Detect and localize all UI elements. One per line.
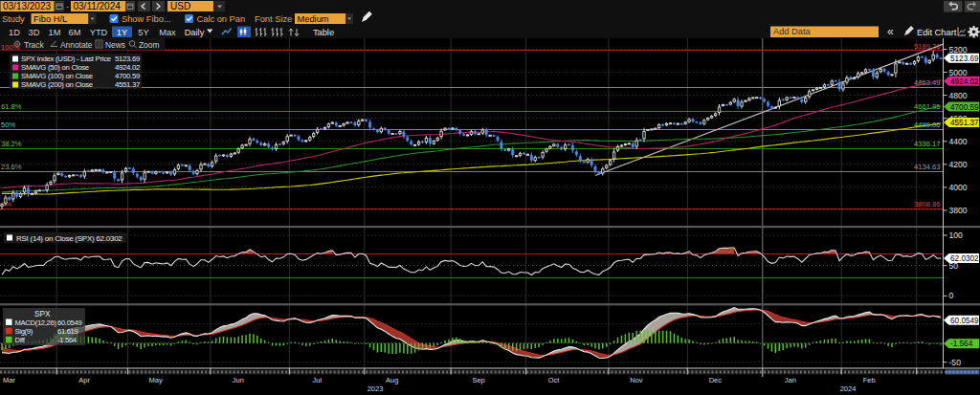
svg-text:100%: 100% bbox=[1, 43, 20, 52]
svg-text:60.0549: 60.0549 bbox=[57, 318, 81, 327]
svg-text:News: News bbox=[105, 40, 125, 50]
svg-text:Nov: Nov bbox=[630, 376, 643, 384]
svg-text:Font Size: Font Size bbox=[255, 14, 292, 24]
svg-text:Edit Chart: Edit Chart bbox=[917, 28, 957, 37]
svg-text:Annotate: Annotate bbox=[60, 40, 93, 50]
svg-text:1Y: 1Y bbox=[117, 28, 127, 37]
svg-text:4700.59: 4700.59 bbox=[950, 103, 979, 112]
svg-text:Add Data: Add Data bbox=[773, 27, 812, 36]
svg-text:Mar: Mar bbox=[3, 376, 15, 384]
svg-text:Sep: Sep bbox=[472, 376, 484, 384]
svg-text:5000: 5000 bbox=[949, 68, 968, 77]
svg-text:Medium: Medium bbox=[298, 14, 329, 24]
svg-text:4924.02: 4924.02 bbox=[115, 63, 140, 72]
svg-text:4800: 4800 bbox=[949, 91, 968, 100]
svg-text:61.8%: 61.8% bbox=[1, 102, 22, 111]
svg-text:Fibo H/L: Fibo H/L bbox=[33, 14, 67, 24]
svg-text:38.2%: 38.2% bbox=[1, 140, 22, 148]
svg-text:Sig(9): Sig(9) bbox=[15, 327, 33, 336]
svg-text:Jan: Jan bbox=[785, 376, 796, 384]
svg-text:03/13/2023: 03/13/2023 bbox=[3, 1, 51, 11]
svg-text:3800: 3800 bbox=[949, 206, 968, 215]
svg-text:5123.69: 5123.69 bbox=[115, 55, 140, 63]
svg-text:4134.63: 4134.63 bbox=[914, 163, 940, 171]
svg-text:Table: Table bbox=[313, 28, 334, 37]
svg-text:-1.564: -1.564 bbox=[950, 340, 973, 348]
svg-text:100: 100 bbox=[949, 230, 964, 240]
svg-text:Apr: Apr bbox=[78, 376, 90, 384]
svg-text:4336.17: 4336.17 bbox=[914, 140, 940, 148]
svg-text:5200: 5200 bbox=[949, 45, 968, 55]
svg-text:03/11/2024: 03/11/2024 bbox=[74, 1, 122, 11]
svg-text:4400: 4400 bbox=[949, 137, 968, 146]
svg-text:4551.37: 4551.37 bbox=[950, 119, 979, 127]
svg-text:Zoom: Zoom bbox=[139, 40, 159, 50]
svg-text:Jul: Jul bbox=[313, 376, 323, 384]
svg-text:60.0549: 60.0549 bbox=[950, 317, 979, 325]
svg-text:6M: 6M bbox=[69, 28, 81, 37]
svg-text:SPX Index (USD) - Last Price: SPX Index (USD) - Last Price bbox=[21, 55, 111, 63]
svg-text:MACD(12,26): MACD(12,26) bbox=[15, 318, 57, 327]
svg-text:-50: -50 bbox=[949, 358, 962, 367]
svg-text:3D: 3D bbox=[29, 28, 40, 37]
svg-text:Jun: Jun bbox=[233, 376, 244, 384]
svg-text:4200: 4200 bbox=[949, 160, 968, 169]
svg-text:Daily: Daily bbox=[185, 28, 205, 37]
svg-text:May: May bbox=[149, 376, 163, 384]
svg-text:5189.26: 5189.26 bbox=[914, 42, 940, 51]
svg-text:YTD: YTD bbox=[90, 28, 108, 37]
svg-text:Aug: Aug bbox=[386, 376, 398, 384]
svg-text:RSI (14) on Close (SPX) 62.03: RSI (14) on Close (SPX) 62.0302 bbox=[16, 234, 122, 243]
svg-text:Dec: Dec bbox=[709, 376, 723, 384]
svg-text:«: « bbox=[887, 25, 894, 38]
svg-text:62.0302: 62.0302 bbox=[950, 254, 979, 263]
svg-text:2023: 2023 bbox=[368, 384, 384, 393]
svg-text:SPX: SPX bbox=[34, 309, 51, 318]
svg-text:Max: Max bbox=[159, 28, 176, 37]
svg-text:1M: 1M bbox=[49, 28, 61, 37]
svg-text:Calc on Pan: Calc on Pan bbox=[197, 14, 246, 24]
svg-text:Feb: Feb bbox=[863, 376, 876, 384]
svg-text:4924.02: 4924.02 bbox=[950, 77, 979, 86]
svg-text:-: - bbox=[66, 2, 69, 11]
svg-text:SMAVG (100) on Close: SMAVG (100) on Close bbox=[21, 72, 93, 80]
svg-text:USD: USD bbox=[170, 1, 190, 11]
svg-text:4000: 4000 bbox=[949, 183, 968, 192]
svg-text:SMAVG (200) on Close: SMAVG (200) on Close bbox=[21, 80, 93, 89]
svg-text:3808.86: 3808.86 bbox=[914, 200, 940, 208]
svg-text:4700.59: 4700.59 bbox=[115, 72, 140, 80]
svg-text:1D: 1D bbox=[9, 28, 20, 37]
svg-text:50%: 50% bbox=[1, 121, 15, 129]
svg-text:2024: 2024 bbox=[840, 384, 857, 393]
svg-text:Study: Study bbox=[2, 14, 25, 24]
svg-text:Track: Track bbox=[24, 40, 44, 50]
svg-text:Oct: Oct bbox=[548, 376, 561, 384]
svg-text:SMAVG (50) on Close: SMAVG (50) on Close bbox=[21, 63, 89, 72]
svg-text:5123.69: 5123.69 bbox=[950, 55, 979, 63]
svg-text:Show Fibo...: Show Fibo... bbox=[122, 14, 171, 24]
svg-text:23.6%: 23.6% bbox=[1, 163, 22, 171]
svg-text:-1.564: -1.564 bbox=[57, 336, 77, 344]
svg-text:61.619: 61.619 bbox=[57, 327, 78, 336]
svg-text:Diff: Diff bbox=[15, 336, 26, 344]
svg-text:0: 0 bbox=[949, 291, 954, 300]
svg-text:5Y: 5Y bbox=[138, 28, 148, 37]
svg-text:4551.37: 4551.37 bbox=[115, 80, 140, 89]
